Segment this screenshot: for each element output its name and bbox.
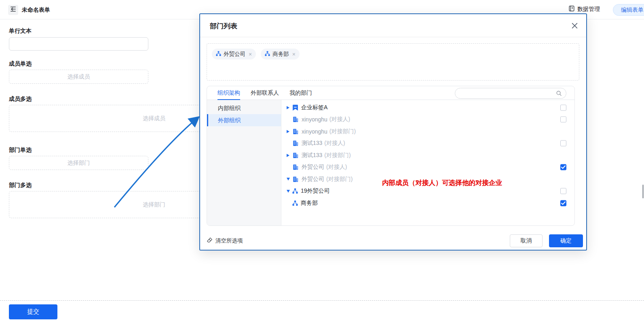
row-checkbox-checked[interactable] (560, 200, 566, 206)
tab-external-contacts[interactable]: 外部联系人 (251, 86, 279, 100)
tree-node-suffix: (对接人) (324, 140, 345, 147)
chevron-down-icon[interactable] (287, 178, 291, 181)
org-icon (216, 51, 221, 57)
org-icon (292, 188, 298, 194)
tree-node-name: xinyonghu (302, 128, 327, 135)
form-title: 未命名表单 (22, 6, 50, 14)
chevron-right-icon[interactable] (287, 130, 291, 133)
search-box (455, 88, 566, 99)
document-icon (568, 5, 575, 13)
tree-row[interactable]: xinyonghu(对接人) (281, 114, 574, 126)
chevron-right-icon[interactable] (287, 106, 291, 109)
modal-header: 部门列表 (200, 14, 586, 37)
annotation-text: 内部成员（对接人）可选择他的对接企业 (382, 178, 502, 187)
building-icon (292, 176, 299, 183)
org-side-panel: 内部组织 外部组织 (207, 100, 281, 226)
tree-node-name: 企业标签A (301, 104, 327, 111)
tree-row[interactable]: 外贸公司(对接人) (281, 162, 574, 174)
sidebar-item-internal-org[interactable]: 内部组织 (207, 102, 281, 114)
field-label-dept-single: 部门单选 (9, 147, 32, 154)
tab-my-department[interactable]: 我的部门 (289, 86, 312, 100)
dept-single-select[interactable]: 选择部门 (9, 156, 148, 170)
bottom-dashed-divider (0, 300, 644, 301)
sidebar-item-external-org[interactable]: 外部组织 (207, 114, 281, 126)
tree-node-name: xinyonghu (302, 116, 327, 123)
tree-node-name: 测试133 (302, 152, 322, 159)
tree-row[interactable]: 商务部 (281, 197, 574, 209)
confirm-button[interactable]: 确定 (549, 234, 583, 247)
data-manage-button[interactable]: 数据管理 (568, 5, 600, 13)
org-tree: 企业标签Axinyonghu(对接人)xinyonghu(对接部门)测试133(… (281, 100, 574, 226)
building-icon (292, 116, 299, 123)
clear-selection-button[interactable]: 清空所选项 (207, 237, 243, 244)
tree-node-suffix: (对接部门) (329, 128, 356, 135)
modal-title: 部门列表 (210, 21, 237, 31)
tree-row[interactable]: 企业标签A (281, 102, 574, 114)
tree-node-suffix: (对接部门) (326, 176, 353, 183)
building-icon (292, 140, 299, 147)
tree-node-suffix: (对接部门) (324, 152, 351, 159)
eraser-icon (207, 237, 213, 244)
page: 未命名表单 数据管理 编辑表单 单行文本 成员单选 选择成员 成员多选 选择成员… (0, 0, 644, 323)
data-manage-label: 数据管理 (577, 6, 600, 13)
tree-node-suffix: (对接人) (326, 164, 347, 171)
chevron-down-icon[interactable] (287, 190, 291, 193)
picker-body: 内部组织 外部组织 企业标签Axinyonghu(对接人)xinyonghu(对… (207, 100, 574, 226)
org-icon (292, 200, 298, 206)
row-checkbox[interactable] (560, 140, 566, 147)
close-icon[interactable] (570, 21, 579, 30)
tree-node-name: 外贸公司 (302, 176, 324, 183)
selected-tag: 商务部 × (261, 49, 300, 60)
row-checkbox[interactable] (560, 117, 566, 123)
field-label-member-multi: 成员多选 (9, 96, 32, 103)
org-picker: 组织架构 外部联系人 我的部门 内部组织 外部组织 (207, 86, 575, 226)
field-label-dept-multi: 部门多选 (9, 182, 32, 189)
department-list-modal: 部门列表 外贸公司 × (199, 13, 587, 251)
row-checkbox-checked[interactable] (560, 164, 566, 170)
selected-tag: 外贸公司 × (212, 49, 256, 60)
tree-row[interactable]: xinyonghu(对接部门) (281, 125, 574, 138)
tree-row[interactable]: 测试133(对接部门) (281, 149, 574, 162)
remove-tag-icon[interactable]: × (249, 51, 252, 57)
picker-tabs: 组织架构 外部联系人 我的部门 (207, 86, 574, 100)
org-icon (265, 51, 270, 57)
collapse-arrow-icon (10, 6, 17, 14)
tree-node-name: 外贸公司 (302, 164, 324, 171)
row-checkbox[interactable] (560, 188, 566, 194)
field-label-single-text: 单行文本 (9, 28, 32, 35)
cancel-button[interactable]: 取消 (510, 234, 543, 247)
modal-footer: 清空所选项 取消 确定 (200, 226, 586, 250)
chevron-right-icon[interactable] (287, 154, 291, 157)
remove-tag-icon[interactable]: × (292, 51, 296, 57)
tree-row[interactable]: 测试133(对接人) (281, 138, 574, 150)
row-checkbox[interactable] (560, 104, 566, 110)
tree-node-suffix: (对接人) (329, 116, 350, 123)
selected-tag-label: 商务部 (272, 51, 289, 58)
search-icon[interactable] (556, 90, 562, 96)
building-icon (292, 152, 299, 159)
search-input[interactable] (455, 90, 556, 96)
selected-tag-label: 外贸公司 (224, 51, 245, 58)
tree-node-name: 商务部 (301, 200, 318, 207)
building-icon (292, 164, 299, 170)
bookmark-icon (292, 104, 298, 111)
member-single-select[interactable]: 选择成员 (9, 70, 148, 84)
tab-org-structure[interactable]: 组织架构 (217, 86, 240, 100)
clear-selection-label: 清空所选项 (215, 237, 243, 244)
scrollbar-thumb[interactable] (642, 185, 644, 198)
collapse-sidebar-button[interactable] (8, 5, 18, 15)
building-icon (292, 128, 299, 135)
edit-form-button[interactable]: 编辑表单 (613, 4, 644, 16)
single-line-text-input[interactable] (9, 37, 148, 51)
submit-button[interactable]: 提交 (9, 304, 57, 319)
tree-node-name: 19外贸公司 (301, 187, 330, 195)
tree-node-name: 测试133 (302, 140, 322, 147)
field-label-member-single: 成员单选 (9, 60, 32, 68)
selected-tags-box: 外贸公司 × 商务部 × (207, 43, 579, 81)
